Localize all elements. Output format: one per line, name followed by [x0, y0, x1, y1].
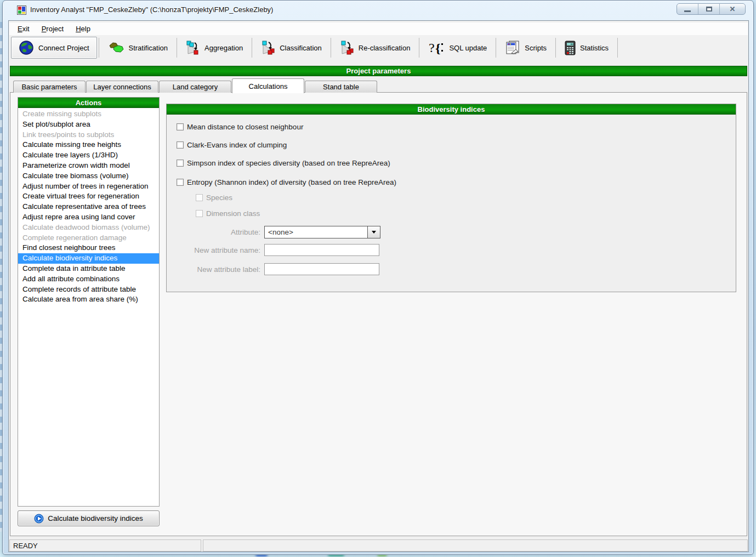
chevron-down-icon[interactable] [367, 226, 380, 238]
new-attribute-name-input[interactable] [264, 244, 379, 256]
dimension-class-checkbox [196, 210, 203, 217]
list-item[interactable]: Add all attribute combinations [18, 274, 159, 285]
list-item[interactable]: Calculate tree layers (1/3HD) [18, 150, 159, 161]
list-item[interactable]: Calculate representative area of trees [18, 202, 159, 212]
list-item[interactable]: Adjust number of trees in regeneration [18, 181, 159, 192]
toolbar-sql-update[interactable]: ? { SQL update [421, 37, 494, 59]
checkbox-row: Simpson index of species diversity (base… [177, 158, 390, 168]
list-item[interactable]: Set plot/subplot area [18, 120, 159, 130]
actions-panel: Actions Create missing subplots Set plot… [18, 97, 160, 507]
toolbar-button-label: Classification [280, 44, 322, 52]
toolbar-classification[interactable]: Classification [254, 37, 329, 59]
list-item[interactable]: Calculate area from area share (%) [18, 294, 159, 305]
menu-help[interactable]: Help [70, 24, 96, 34]
toolbar-separator [617, 38, 618, 58]
attribute-label: Attribute: [167, 228, 264, 236]
tab-calculations[interactable]: Calculations [232, 78, 304, 93]
tab-basic-parameters[interactable]: Basic parameters [13, 81, 86, 93]
sql-icon: ? { [428, 40, 445, 55]
new-attribute-name-row: New attribute name: [167, 244, 379, 256]
tab-land-category[interactable]: Land category [159, 81, 231, 93]
toolbar-button-label: Scripts [525, 44, 547, 52]
biodiversity-panel: Biodiversity indices Mean distance to cl… [166, 104, 736, 292]
toolbar-separator [177, 38, 177, 58]
checkbox-label: Species [206, 194, 232, 202]
list-item: Calculate deadwood biomass (volume) [18, 223, 159, 233]
list-item[interactable]: Create virtual trees for regeneration [18, 191, 159, 202]
close-button[interactable]: ✕ [720, 4, 745, 14]
toolbar-scripts[interactable]: Scripts [498, 37, 554, 59]
attribute-selected-value: <none> [265, 228, 367, 236]
play-icon [34, 514, 44, 524]
list-item[interactable]: Calculate tree biomass (volume) [18, 171, 159, 181]
attribute-field-row: Attribute: <none> [167, 226, 380, 238]
menu-exit[interactable]: Exit [12, 24, 36, 34]
status-message: READY [9, 539, 201, 552]
list-item[interactable]: Adjust repre area using land cover [18, 212, 159, 223]
tab-label: Stand table [323, 83, 359, 91]
tab-stand-table[interactable]: Stand table [305, 81, 377, 93]
status-bar: READY [9, 539, 748, 552]
simpson-index-checkbox[interactable] [177, 160, 184, 167]
toolbar-stratification[interactable]: Stratification [101, 37, 175, 59]
close-icon: ✕ [730, 5, 736, 13]
client-area: Exit Project Help Connect Project [8, 20, 749, 552]
checkbox-row: Mean distance to closest neighbour [177, 122, 303, 132]
minimize-button[interactable] [677, 4, 698, 14]
checkbox-row: Entropy (Shannon index) of diversity (ba… [177, 177, 396, 187]
app-window: Inventory Analyst "FMP_CeskeZleby" (C:\h… [2, 0, 754, 555]
scripts-icon [505, 40, 520, 55]
re-classification-icon [340, 41, 354, 55]
checkbox-row: Species [196, 192, 232, 202]
list-item: Create missing subplots [18, 109, 159, 120]
toolbar-connect-project[interactable]: Connect Project [11, 37, 97, 59]
menu-project[interactable]: Project [36, 24, 70, 34]
app-icon [17, 5, 26, 15]
list-item-selected[interactable]: Calculate biodiversity indices [18, 253, 159, 264]
project-parameters-banner: Project parameters [10, 66, 747, 76]
svg-text:?: ? [429, 41, 435, 55]
mean-distance-checkbox[interactable] [177, 123, 184, 130]
toolbar: Connect Project Stratification [9, 35, 748, 60]
clark-evans-checkbox[interactable] [177, 141, 184, 149]
run-button-label: Calculate biodiversity indices [48, 514, 143, 522]
globe-icon [19, 40, 34, 55]
calculate-biodiversity-button[interactable]: Calculate biodiversity indices [18, 510, 160, 526]
checkbox-label: Entropy (Shannon index) of diversity (ba… [187, 178, 396, 186]
calculations-tab-page: Actions Create missing subplots Set plot… [10, 92, 747, 536]
toolbar-button-label: Statistics [580, 44, 609, 52]
window-title: Inventory Analyst "FMP_CeskeZleby" (C:\h… [30, 5, 273, 14]
statistics-icon [565, 41, 576, 55]
minimize-icon [684, 10, 691, 12]
toolbar-aggregation[interactable]: Aggregation [179, 37, 250, 59]
checkbox-label: Clark-Evans index of clumping [187, 141, 287, 149]
biodiversity-header: Biodiversity indices [167, 104, 736, 115]
restore-icon [706, 7, 712, 12]
list-item[interactable]: Calculate missing tree heights [18, 140, 159, 150]
actions-header-label: Actions [76, 99, 102, 107]
list-item[interactable]: Complete records of attribute table [18, 285, 159, 295]
list-item[interactable]: Parameterize crown width model [18, 161, 159, 171]
tab-layer-connections[interactable]: Layer connections [86, 81, 158, 93]
tab-strip: Basic parameters Layer connections Land … [13, 79, 378, 93]
stratification-icon [108, 41, 124, 54]
attribute-select[interactable]: <none> [264, 226, 380, 238]
entropy-shannon-checkbox[interactable] [177, 179, 184, 186]
list-item: Link trees/points to subplots [18, 130, 159, 140]
new-attribute-label-input[interactable] [264, 263, 379, 275]
list-item[interactable]: Complete data in attribute table [18, 264, 159, 274]
maximize-button[interactable] [698, 4, 720, 14]
actions-list: Create missing subplots Set plot/subplot… [18, 108, 159, 305]
tab-label: Layer connections [93, 83, 151, 91]
list-item[interactable]: Find closest neighbour trees [18, 243, 159, 253]
toolbar-separator [331, 38, 331, 58]
checkbox-row: Clark-Evans index of clumping [177, 140, 287, 150]
tab-label: Calculations [249, 82, 288, 90]
actions-header: Actions [18, 98, 159, 108]
checkbox-label: Dimension class [206, 209, 260, 218]
title-bar[interactable]: Inventory Analyst "FMP_CeskeZleby" (C:\h… [3, 1, 753, 20]
toolbar-separator [252, 38, 252, 58]
toolbar-re-classification[interactable]: Re-classification [333, 37, 418, 59]
toolbar-statistics[interactable]: Statistics [558, 37, 616, 59]
status-text: READY [13, 542, 38, 550]
